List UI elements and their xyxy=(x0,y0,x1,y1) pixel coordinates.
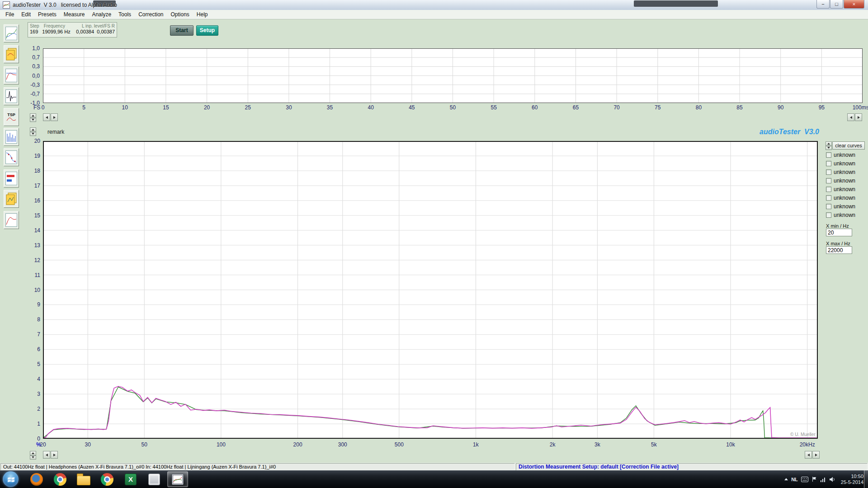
curve-label[interactable]: unknown xyxy=(834,195,855,201)
clock[interactable]: 10:50 25-5-2014 xyxy=(841,474,863,485)
measurement-setup-status: Distortion Measurement Setup: default [C… xyxy=(516,463,868,470)
main-x-tick: 20kHz xyxy=(800,441,815,448)
system-tray: NL 10:50 25-5-2014 xyxy=(784,470,863,488)
minimize-button[interactable]: − xyxy=(816,0,830,9)
curve-checkbox[interactable] xyxy=(826,161,831,166)
menu-options[interactable]: Options xyxy=(167,10,193,19)
close-icon: × xyxy=(853,1,855,7)
setup-button[interactable]: Setup xyxy=(196,25,218,36)
spinner-down-icon[interactable] xyxy=(30,118,36,122)
curve-checkbox[interactable] xyxy=(826,212,831,218)
titlebar: audioTester V 3.0 licensed to Alpha Audi… xyxy=(0,0,868,10)
scope-scroll-right-button[interactable] xyxy=(51,113,58,121)
scope-scroll-left-button[interactable] xyxy=(43,113,50,121)
taskbar-item-chrome[interactable] xyxy=(97,471,118,487)
menu-analyze[interactable]: Analyze xyxy=(88,10,115,19)
menu-help[interactable]: Help xyxy=(193,10,212,19)
curve-label[interactable]: unknown xyxy=(834,212,855,218)
curve-label[interactable]: unknown xyxy=(834,160,855,167)
spinner-down-icon[interactable] xyxy=(30,132,36,136)
tsp-icon: TSP xyxy=(7,113,15,117)
tool-level-button[interactable] xyxy=(4,169,19,188)
window-controls: − □ × xyxy=(816,0,864,9)
main-y-tick: 14 xyxy=(34,227,40,234)
close-button[interactable]: × xyxy=(844,0,864,9)
curve-checkbox[interactable] xyxy=(826,187,831,192)
curve-label[interactable]: unknown xyxy=(834,186,855,192)
main-scroll-left2-button[interactable] xyxy=(805,451,812,459)
xmax-input[interactable] xyxy=(826,246,852,254)
keyboard-icon[interactable] xyxy=(801,477,808,482)
maximize-button[interactable]: □ xyxy=(830,0,843,9)
start-button[interactable]: Start xyxy=(170,25,193,36)
menu-tools[interactable]: Tools xyxy=(115,10,135,19)
tool-impulse-button[interactable] xyxy=(4,87,19,105)
start-button-orb[interactable] xyxy=(3,471,19,487)
xmin-input[interactable] xyxy=(826,229,852,236)
spinner-down-icon[interactable] xyxy=(826,146,832,150)
main-scroll-right-button[interactable] xyxy=(51,451,58,459)
main-x-tick: 50 xyxy=(142,441,147,448)
main-scroll-left-button[interactable] xyxy=(43,451,50,459)
curve-checkbox[interactable] xyxy=(826,178,831,183)
curve-checkbox[interactable] xyxy=(826,169,831,175)
curve-checkbox[interactable] xyxy=(826,204,831,209)
tool-sweep-button[interactable] xyxy=(4,24,19,42)
spinner-up-icon[interactable] xyxy=(826,141,832,146)
taskbar-item-generic-app[interactable] xyxy=(144,471,165,487)
main-scroll-spinner[interactable] xyxy=(30,451,36,460)
audio-device-status: Out: 44100Hz float | Headphones (Auzen X… xyxy=(0,463,515,470)
scope-y-tick: 1,0 xyxy=(32,45,40,52)
volume-icon[interactable] xyxy=(829,477,835,482)
menu-edit[interactable]: Edit xyxy=(18,10,34,19)
curve-label[interactable]: unknown xyxy=(834,152,855,158)
taskbar-item-audiotester[interactable] xyxy=(167,471,188,487)
scope-scroll-left2-button[interactable] xyxy=(847,113,854,121)
tool-distortion-button[interactable] xyxy=(4,66,19,84)
scope-zoom-spinner[interactable] xyxy=(30,113,36,122)
tool-overlay-button[interactable] xyxy=(4,45,19,63)
curve-label[interactable]: unknown xyxy=(834,178,855,184)
distortion-icon xyxy=(5,69,17,82)
menu-presets[interactable]: Presets xyxy=(34,10,60,19)
curve-checkbox[interactable] xyxy=(826,152,831,158)
taskbar-item-explorer-folder[interactable] xyxy=(73,471,94,487)
curve-label[interactable]: unknown xyxy=(834,203,855,210)
action-center-flag-icon[interactable] xyxy=(811,476,817,482)
curve-checkbox[interactable] xyxy=(826,195,831,201)
spinner-down-icon[interactable] xyxy=(30,455,36,460)
menu-measure[interactable]: Measure xyxy=(60,10,89,19)
main-scroll-right2-button[interactable] xyxy=(812,451,820,459)
scope-scroll-right2-button[interactable] xyxy=(855,113,862,121)
window-title: audioTester V 3.0 licensed to Alpha Audi… xyxy=(13,2,117,8)
tool-spectrum-button[interactable] xyxy=(4,128,19,146)
curves-scroll-spinner[interactable] xyxy=(826,141,832,150)
spinner-up-icon[interactable] xyxy=(30,451,36,455)
menu-correction[interactable]: Correction xyxy=(135,10,167,19)
clear-curves-button[interactable]: clear curves xyxy=(832,141,865,150)
network-icon[interactable] xyxy=(820,477,826,482)
excel-icon: X xyxy=(125,474,137,485)
spinner-up-icon[interactable] xyxy=(30,127,36,132)
tool-response-button[interactable] xyxy=(4,211,19,229)
spinner-up-icon[interactable] xyxy=(30,113,36,118)
chrome-icon xyxy=(101,473,113,486)
scope-x-axis: FS05101520253035404550556065707580859095… xyxy=(0,104,868,111)
curve-row: unknown xyxy=(826,160,868,168)
show-desktop-button[interactable] xyxy=(864,470,868,488)
impulse-icon xyxy=(5,89,17,103)
main-y-tick: 6 xyxy=(37,346,40,352)
curve-label[interactable]: unknown xyxy=(834,169,855,175)
menu-file[interactable]: File xyxy=(2,10,18,19)
copyright-credit: © U. Mueller xyxy=(790,432,816,437)
scope-x-tick: 15 xyxy=(163,104,169,111)
tool-decay-button[interactable] xyxy=(4,148,19,166)
taskbar-item-firefox[interactable] xyxy=(26,471,47,487)
taskbar-item-excel[interactable]: X xyxy=(120,471,141,487)
taskbar-item-chrome[interactable] xyxy=(50,471,71,487)
tool-overlay2-button[interactable] xyxy=(4,190,19,208)
hidden-icons-chevron-icon[interactable] xyxy=(784,478,788,480)
main-zoom-spinner[interactable] xyxy=(30,127,36,136)
language-indicator[interactable]: NL xyxy=(791,477,798,482)
remark-label[interactable]: remark xyxy=(47,129,64,135)
